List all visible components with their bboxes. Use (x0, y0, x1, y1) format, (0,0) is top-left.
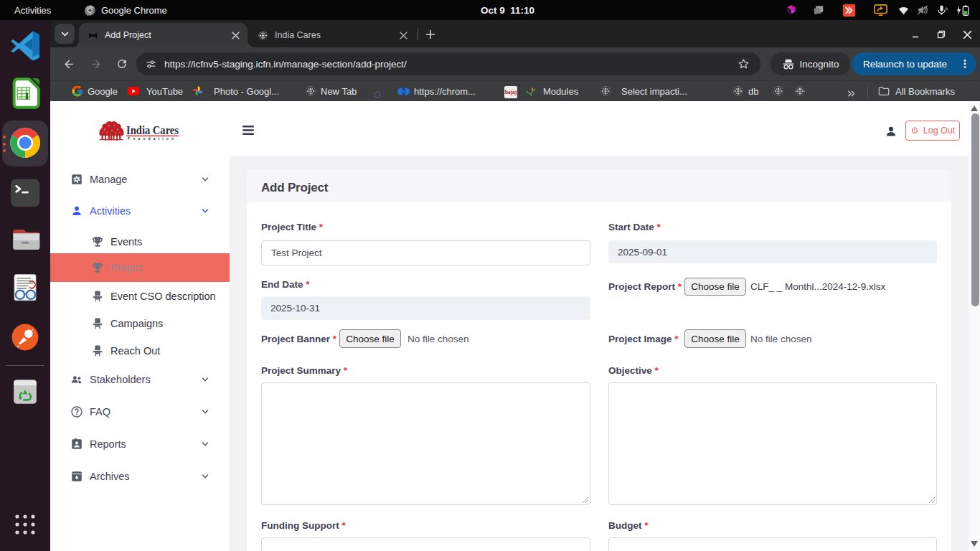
svg-text:India Cares: India Cares (126, 123, 179, 137)
